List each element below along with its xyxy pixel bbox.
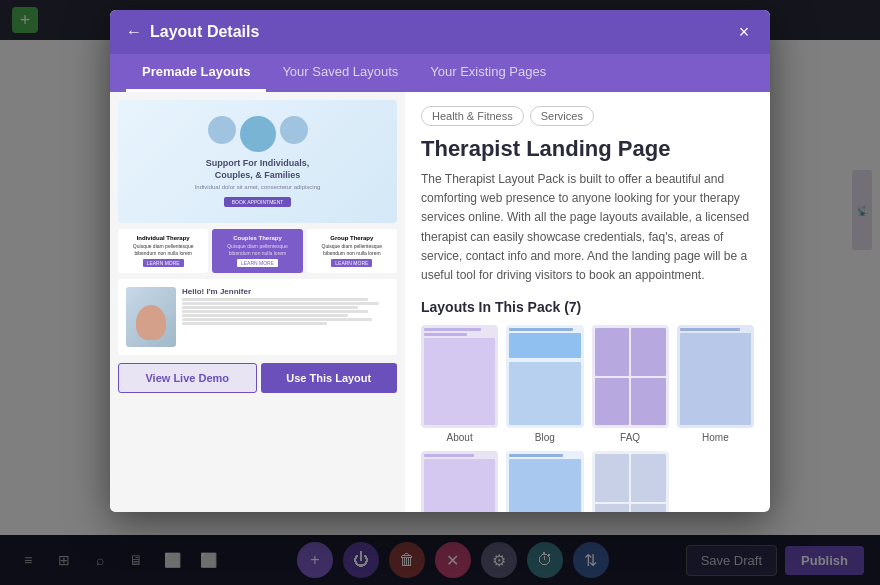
thumb-faq: FAQ — [592, 325, 669, 443]
person-3 — [280, 116, 308, 144]
modal-overlay: ← Layout Details × Premade Layouts Your … — [0, 0, 880, 585]
bio-photo — [126, 287, 176, 347]
bio-name: Hello! I'm Jennifer — [182, 287, 389, 296]
person-1 — [208, 116, 236, 144]
modal-body: Support For Individuals,Couples, & Famil… — [110, 92, 770, 512]
bio-lines — [182, 298, 389, 325]
tag-health-fitness: Health & Fitness — [421, 106, 524, 126]
thumb-blog: Blog — [506, 325, 583, 443]
bio-text-area: Hello! I'm Jennifer — [182, 287, 389, 325]
thumb-faq-label: FAQ — [620, 432, 640, 443]
modal-header: ← Layout Details × — [110, 10, 770, 54]
person-2 — [240, 116, 276, 152]
thumb-blog-label: Blog — [535, 432, 555, 443]
thumb-about: About — [421, 325, 498, 443]
card-group: Group Therapy Quisque diam pellentesque … — [307, 229, 397, 273]
pack-title: Layouts In This Pack (7) — [421, 299, 754, 315]
preview-buttons: View Live Demo Use This Layout — [118, 363, 397, 393]
tab-premade-layouts[interactable]: Premade Layouts — [126, 54, 266, 92]
layout-description: The Therapist Layout Pack is built to of… — [421, 170, 754, 285]
tab-existing-pages[interactable]: Your Existing Pages — [414, 54, 562, 92]
thumb-about-label: About — [447, 432, 473, 443]
modal-header-left: ← Layout Details — [126, 23, 259, 41]
tag-services: Services — [530, 106, 594, 126]
thumb-home-label: Home — [702, 432, 729, 443]
use-this-layout-button[interactable]: Use This Layout — [261, 363, 398, 393]
thumbnail-grid: About Blog — [421, 325, 754, 512]
thumb-home: Home — [677, 325, 754, 443]
layout-details-modal: ← Layout Details × Premade Layouts Your … — [110, 10, 770, 512]
detail-pane: Health & Fitness Services Therapist Land… — [405, 92, 770, 512]
preview-pane: Support For Individuals,Couples, & Famil… — [110, 92, 405, 512]
tag-row: Health & Fitness Services — [421, 106, 754, 126]
modal-tabs: Premade Layouts Your Saved Layouts Your … — [110, 54, 770, 92]
thumb-landing: Landing — [421, 451, 498, 512]
preview-hero: Support For Individuals,Couples, & Famil… — [118, 100, 397, 223]
back-button[interactable]: ← — [126, 23, 142, 41]
hero-cta: BOOK APPOINTMENT — [224, 197, 292, 207]
preview-people — [206, 116, 310, 152]
preview-bio: Hello! I'm Jennifer — [118, 279, 397, 355]
thumb-therapist: Therapist ... — [506, 451, 583, 512]
modal-title: Layout Details — [150, 23, 259, 41]
thumb-services: Services — [592, 451, 669, 512]
bio-face — [136, 305, 166, 340]
card-individual: Individual Therapy Quisque diam pellente… — [118, 229, 208, 273]
layout-title: Therapist Landing Page — [421, 136, 754, 162]
view-live-demo-button[interactable]: View Live Demo — [118, 363, 257, 393]
preview-cards: Individual Therapy Quisque diam pellente… — [118, 229, 397, 273]
tab-saved-layouts[interactable]: Your Saved Layouts — [266, 54, 414, 92]
hero-title: Support For Individuals,Couples, & Famil… — [206, 158, 310, 181]
hero-subtext: Individual dolor sit amet, consectetur a… — [195, 184, 321, 190]
card-couples: Couples Therapy Quisque diam pellentesqu… — [212, 229, 302, 273]
modal-close-button[interactable]: × — [734, 22, 754, 42]
